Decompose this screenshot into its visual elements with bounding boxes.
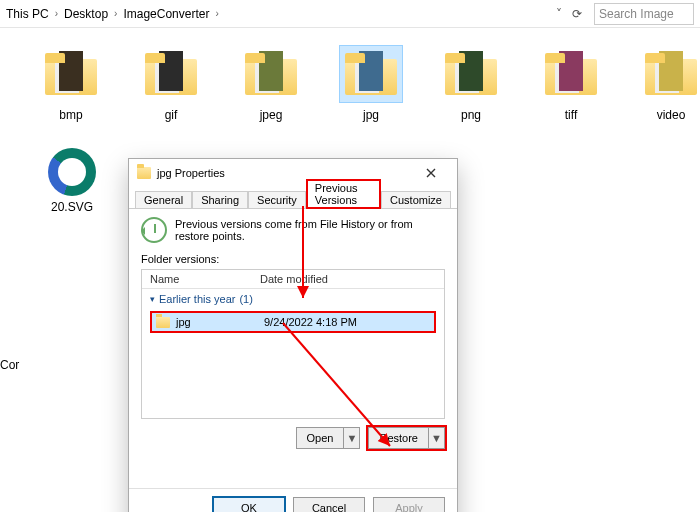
file-label: 20.SVG — [51, 200, 93, 214]
folder-icon — [645, 53, 697, 95]
tab-sharing[interactable]: Sharing — [192, 191, 248, 208]
thumbnail — [159, 51, 183, 91]
folder-item-video[interactable]: video — [640, 46, 700, 122]
folder-label: bmp — [59, 108, 82, 122]
folder-item-bmp[interactable]: bmp — [40, 46, 102, 122]
version-row[interactable]: jpg 9/24/2022 4:18 PM — [150, 311, 436, 333]
thumbnail — [359, 51, 383, 91]
folder-item-jpeg[interactable]: jpeg — [240, 46, 302, 122]
tab-customize[interactable]: Customize — [381, 191, 451, 208]
apply-button[interactable]: Apply — [373, 497, 445, 512]
versions-header: Name Date modified — [142, 270, 444, 289]
open-dropdown[interactable]: ▼ — [344, 427, 360, 449]
restore-dropdown[interactable]: ▼ — [429, 427, 445, 449]
folder-icon — [45, 53, 97, 95]
thumbnail — [659, 51, 683, 91]
group-count: (1) — [239, 293, 252, 305]
restore-button[interactable]: Restore — [368, 427, 429, 449]
folder-icon — [145, 53, 197, 95]
folder-icon — [545, 53, 597, 95]
chevron-down-icon: ▾ — [150, 294, 155, 304]
version-date: 9/24/2022 4:18 PM — [264, 316, 430, 328]
folder-label: tiff — [565, 108, 577, 122]
truncated-label: Cor — [0, 358, 19, 372]
tab-body-previous-versions: Previous versions come from File History… — [129, 209, 457, 488]
open-split-button[interactable]: Open ▼ — [296, 427, 361, 449]
folder-item-png[interactable]: png — [440, 46, 502, 122]
folder-label: gif — [165, 108, 178, 122]
thumbnail — [459, 51, 483, 91]
folder-icon — [345, 53, 397, 95]
cancel-button[interactable]: Cancel — [293, 497, 365, 512]
info-text: Previous versions come from File History… — [175, 218, 445, 242]
folder-icon — [445, 53, 497, 95]
chevron-right-icon: › — [114, 8, 117, 19]
thumbnail — [259, 51, 283, 91]
explorer-content: bmp gif jpeg jpg png tiff video webp — [0, 28, 700, 512]
properties-dialog: jpg Properties General Sharing Security … — [128, 158, 458, 512]
folder-versions-label: Folder versions: — [141, 253, 445, 265]
folder-item-gif[interactable]: gif — [140, 46, 202, 122]
folder-icon — [156, 317, 170, 328]
folder-label: png — [461, 108, 481, 122]
close-icon — [426, 168, 436, 178]
folder-icon — [245, 53, 297, 95]
tab-security[interactable]: Security — [248, 191, 306, 208]
chevron-right-icon: › — [55, 8, 58, 19]
folder-label: jpg — [363, 108, 379, 122]
tab-general[interactable]: General — [135, 191, 192, 208]
address-bar: This PC › Desktop › ImageConverter › ˅ ⟳… — [0, 0, 700, 28]
folder-item-tiff[interactable]: tiff — [540, 46, 602, 122]
info-row: Previous versions come from File History… — [141, 217, 445, 243]
history-dropdown-icon[interactable]: ˅ — [550, 5, 568, 23]
folder-grid: bmp gif jpeg jpg png tiff video webp — [40, 46, 690, 122]
history-icon — [141, 217, 167, 243]
version-actions: Open ▼ Restore ▼ — [141, 427, 445, 449]
folder-icon — [137, 167, 151, 179]
breadcrumb[interactable]: This PC › Desktop › ImageConverter › — [6, 7, 219, 21]
folder-label: video — [657, 108, 686, 122]
column-date[interactable]: Date modified — [252, 270, 444, 288]
version-name: jpg — [176, 316, 264, 328]
dialog-titlebar[interactable]: jpg Properties — [129, 159, 457, 187]
folder-label: jpeg — [260, 108, 283, 122]
versions-list[interactable]: Name Date modified ▾ Earlier this year (… — [141, 269, 445, 419]
thumbnail — [559, 51, 583, 91]
open-button[interactable]: Open — [296, 427, 345, 449]
close-button[interactable] — [413, 162, 449, 184]
file-item-svg[interactable]: 20.SVG — [40, 148, 104, 214]
dialog-buttons: OK Cancel Apply — [129, 488, 457, 512]
column-name[interactable]: Name — [142, 270, 252, 288]
tab-previous-versions[interactable]: Previous Versions — [306, 179, 381, 209]
tab-strip: General Sharing Security Previous Versio… — [129, 187, 457, 209]
dialog-title: jpg Properties — [157, 167, 225, 179]
breadcrumb-this-pc[interactable]: This PC — [6, 7, 49, 21]
chevron-right-icon: › — [215, 8, 218, 19]
search-input[interactable]: Search Image — [594, 3, 694, 25]
restore-split-button[interactable]: Restore ▼ — [368, 427, 445, 449]
folder-item-jpg[interactable]: jpg — [340, 46, 402, 122]
thumbnail — [59, 51, 83, 91]
edge-icon — [48, 148, 96, 196]
version-group[interactable]: ▾ Earlier this year (1) — [142, 289, 444, 309]
breadcrumb-desktop[interactable]: Desktop — [64, 7, 108, 21]
breadcrumb-imageconverter[interactable]: ImageConverter — [123, 7, 209, 21]
ok-button[interactable]: OK — [213, 497, 285, 512]
refresh-icon[interactable]: ⟳ — [568, 5, 586, 23]
group-label: Earlier this year — [159, 293, 235, 305]
